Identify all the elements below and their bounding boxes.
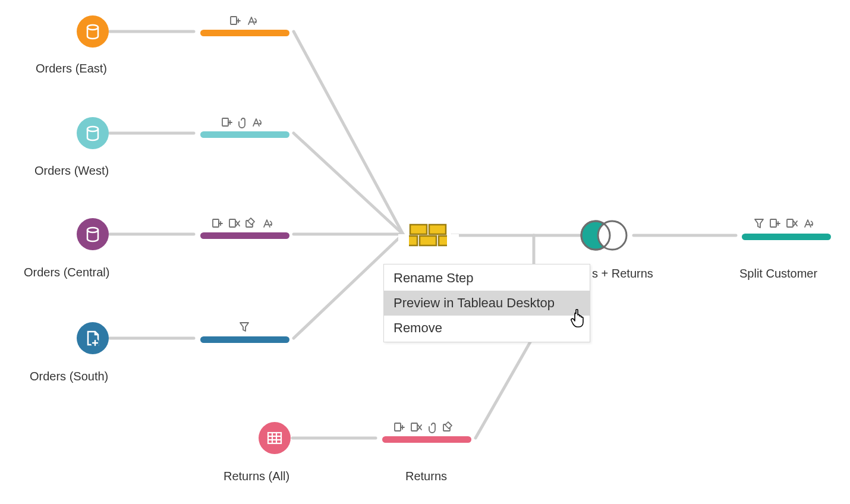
node-returns-all[interactable]	[259, 422, 291, 454]
cleanstep-split-customer[interactable]	[742, 234, 831, 240]
step-badges-south	[240, 323, 248, 331]
step-badges-split-customer	[755, 219, 813, 228]
change-remove-column-icon	[787, 219, 797, 227]
change-remove-column-icon	[229, 219, 240, 227]
menu-preview-tableau-desktop[interactable]: Preview in Tableau Desktop	[384, 291, 590, 316]
change-add-column-icon	[231, 17, 240, 24]
svg-rect-35	[410, 225, 427, 234]
change-filter-icon	[240, 323, 248, 331]
change-add-column-icon	[222, 118, 232, 126]
menu-remove[interactable]: Remove	[384, 316, 590, 341]
svg-point-43	[598, 221, 627, 250]
node-join[interactable]	[581, 221, 627, 250]
change-rename-icon	[248, 17, 256, 24]
change-add-column-icon	[213, 219, 222, 227]
node-orders-west[interactable]	[77, 117, 109, 149]
change-attach-icon	[239, 118, 245, 128]
label-split-customer: Split Customer	[739, 267, 817, 281]
node-orders-central[interactable]	[77, 218, 109, 250]
change-rename-icon	[253, 119, 261, 126]
label-orders-west: Orders (West)	[34, 164, 109, 178]
change-rename-icon	[805, 220, 813, 227]
svg-point-8	[77, 117, 109, 149]
step-badges-central	[213, 218, 272, 227]
label-orders-south: Orders (South)	[30, 370, 108, 383]
node-union[interactable]	[398, 225, 459, 248]
change-edit-icon	[443, 422, 452, 431]
change-attach-icon	[429, 423, 435, 433]
svg-point-12	[77, 322, 109, 354]
svg-point-6	[77, 15, 109, 48]
cleanstep-orders-central[interactable]	[200, 232, 289, 239]
change-add-column-icon	[770, 219, 780, 227]
svg-point-18	[259, 422, 291, 454]
svg-rect-41	[447, 234, 459, 248]
label-orders-east: Orders (East)	[36, 62, 107, 75]
connector	[294, 133, 403, 234]
change-edit-icon	[246, 218, 254, 227]
context-menu: Rename Step Preview in Tableau Desktop R…	[383, 264, 590, 342]
svg-rect-37	[420, 236, 436, 245]
step-badges-returns	[395, 422, 452, 433]
cleanstep-orders-south[interactable]	[200, 336, 289, 343]
label-returns-all: Returns (All)	[223, 470, 289, 483]
change-remove-column-icon	[411, 423, 421, 431]
label-returns: Returns	[405, 470, 447, 483]
menu-rename-step[interactable]: Rename Step	[384, 266, 590, 291]
change-add-column-icon	[395, 423, 404, 431]
cleanstep-returns[interactable]	[382, 436, 471, 443]
change-rename-icon	[264, 220, 272, 227]
flow-svg	[0, 0, 850, 504]
node-orders-east[interactable]	[77, 15, 109, 48]
flow-canvas: Orders (East) Orders (West) Orders (Cent…	[0, 0, 850, 504]
change-filter-icon	[755, 219, 763, 228]
step-badges-west	[222, 118, 261, 128]
svg-point-10	[77, 218, 109, 250]
svg-rect-40	[398, 234, 409, 248]
step-badges-east	[231, 17, 256, 24]
svg-rect-36	[429, 225, 446, 234]
connector	[294, 32, 403, 234]
node-orders-south[interactable]	[77, 322, 109, 354]
cleanstep-orders-east[interactable]	[200, 30, 289, 36]
label-orders-central: Orders (Central)	[24, 266, 109, 279]
cleanstep-orders-west[interactable]	[200, 131, 289, 138]
label-orders-returns: s + Returns	[592, 267, 653, 281]
